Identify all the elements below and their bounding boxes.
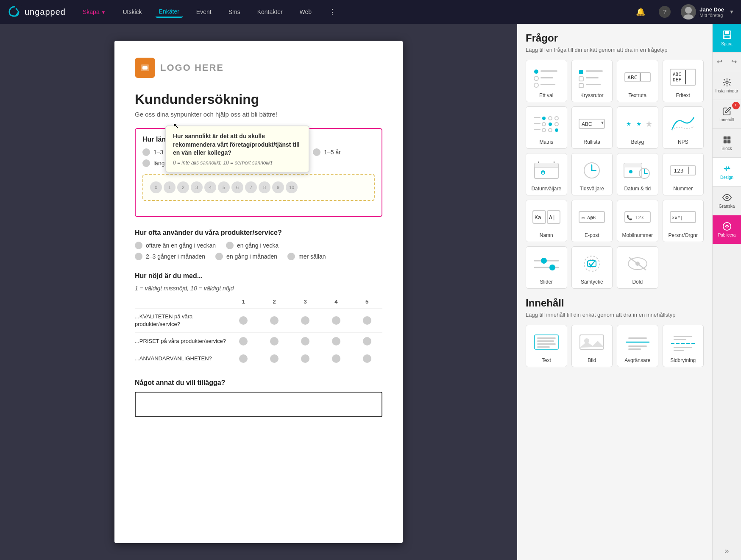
type-card-label: Namn (540, 232, 553, 238)
type-card-nummer[interactable]: 123 Nummer (663, 153, 704, 195)
notification-bell-icon[interactable]: 🔔 (632, 6, 649, 18)
type-card-nps[interactable]: NPS (663, 106, 704, 149)
svg-rect-5 (142, 66, 148, 70)
survey-page: LOGO HERE Kundundersökning Ge oss dina s… (114, 41, 403, 543)
type-card-epost[interactable]: ✉ A@B E-post (571, 200, 613, 242)
type-card-datumvaljare[interactable]: Datumväljare (526, 153, 567, 195)
svg-rect-85 (537, 340, 554, 342)
block-button[interactable]: Block (713, 129, 741, 158)
svg-text:ABC: ABC (627, 74, 637, 81)
svg-rect-13 (586, 70, 603, 72)
type-card-textruta[interactable]: ABC Textruta (617, 60, 658, 102)
content-button[interactable]: ! Innehåll (713, 100, 741, 129)
matrix-dot (301, 354, 309, 363)
type-card-label: Tidsväljare (579, 186, 604, 192)
matrix-row: ...ANVÄNDARVÄNLIGHETEN? (135, 350, 382, 367)
type-card-label: Betyg (631, 139, 644, 145)
type-card-betyg[interactable]: Betyg (617, 106, 658, 149)
preview-button[interactable]: Granska (713, 187, 741, 215)
nps-scale-row: 0 1 2 3 4 5 6 7 8 9 10 (150, 181, 367, 193)
nps-scale: 0 1 2 3 4 5 6 7 8 9 10 (142, 174, 375, 201)
nps-circle-4: 4 (204, 181, 216, 193)
design-button[interactable]: Design (713, 158, 741, 187)
chevron-right-icon: » (724, 546, 729, 555)
svg-point-102 (726, 81, 728, 84)
svg-rect-55 (624, 163, 642, 167)
type-card-sidbrytning[interactable]: Sidbrytning (663, 325, 704, 367)
type-card-fritext[interactable]: ABCDEF Fritext (663, 60, 704, 102)
type-card-mobilnummer[interactable]: 📞 123 Mobilnummer (617, 200, 658, 242)
svg-point-76 (549, 265, 555, 270)
svg-point-82 (635, 262, 640, 266)
type-card-label: NPS (678, 139, 688, 145)
matrix-dots (228, 354, 382, 363)
logo[interactable]: ungapped (7, 4, 66, 20)
type-card-rullista[interactable]: ABC Rullista (571, 106, 613, 149)
nps-circle-7: 7 (245, 181, 257, 193)
svg-rect-12 (579, 70, 583, 74)
svg-rect-86 (537, 343, 556, 345)
matrix-dot (332, 316, 340, 325)
nav-kontakter[interactable]: Kontakter (254, 7, 286, 17)
q4-textarea[interactable] (135, 392, 382, 417)
type-card-text[interactable]: Text (526, 325, 567, 367)
svg-rect-94 (674, 336, 692, 337)
radio-option: oftare än en gång i veckan (135, 242, 216, 249)
type-card-matris[interactable]: Matris (526, 106, 567, 149)
nav-enkater[interactable]: Enkäter (156, 6, 183, 18)
type-card-bild[interactable]: Bild (571, 325, 613, 367)
type-card-ett-val[interactable]: Ett val (526, 60, 567, 102)
svg-rect-97 (674, 347, 692, 348)
ungapped-logo-icon (7, 4, 22, 20)
type-card-persnr[interactable]: xx*| Persnr/Orgnr (663, 200, 704, 242)
radio-circle (226, 242, 234, 249)
svg-rect-34 (534, 117, 540, 118)
save-button[interactable]: Spara (713, 24, 741, 53)
matrix-dot (363, 354, 371, 363)
type-card-label: Samtycke (581, 279, 603, 285)
type-card-label: Persnr/Orgnr (669, 232, 698, 238)
type-card-avgransare[interactable]: Avgränsare (617, 325, 658, 367)
redo-button[interactable]: ↪ (727, 53, 741, 71)
type-card-slider[interactable]: Slider (526, 246, 567, 289)
survey-title: Kundundersökning (135, 92, 382, 107)
nav-web[interactable]: Web (296, 7, 315, 17)
nps-circle-3: 3 (191, 181, 203, 193)
nav-event[interactable]: Event (193, 7, 215, 17)
nav-utskick[interactable]: Utskick (119, 7, 145, 17)
fragor-desc: Lägg till en fråga till din enkät genom … (526, 47, 704, 53)
type-card-tidsvaljare[interactable]: Tidsväljare (571, 153, 613, 195)
type-card-label: E-post (585, 232, 599, 238)
type-card-dold[interactable]: Dold (617, 246, 658, 289)
type-card-namn[interactable]: KaA| Namn (526, 200, 567, 242)
svg-rect-35 (534, 123, 540, 124)
svg-rect-106 (727, 140, 730, 143)
type-card-kryssrutor[interactable]: Kryssrutor (571, 60, 613, 102)
type-card-label: Nummer (673, 186, 693, 192)
nav-more[interactable]: ⋮ (325, 6, 340, 18)
q3-matrix-section: Hur nöjd är du med... 1 = väldigt missnö… (135, 272, 382, 367)
help-icon[interactable]: ? (659, 6, 671, 18)
user-menu[interactable]: Jane Doe Mitt företag ▼ (681, 4, 734, 20)
nav-skapa[interactable]: Skapa ▼ (79, 7, 109, 17)
svg-rect-16 (579, 84, 583, 88)
svg-text:DEF: DEF (673, 77, 681, 83)
type-card-label: Avgränsare (624, 357, 650, 363)
q2-section: Hur ofta använder du våra produkter/serv… (135, 229, 382, 260)
settings-button[interactable]: Inställningar (713, 71, 741, 100)
svg-point-29 (549, 123, 552, 126)
matrix-dot (363, 337, 371, 345)
type-card-datum-tid[interactable]: Datum & tid (617, 153, 658, 195)
svg-text:xx*|: xx*| (672, 215, 683, 220)
innehall-title: Innehåll (526, 297, 704, 309)
expand-button[interactable]: » (713, 541, 741, 560)
radio-circle (142, 148, 150, 156)
nav-sms[interactable]: Sms (225, 7, 244, 17)
publish-button[interactable]: Publicera (713, 215, 741, 244)
nps-section: ↖ Hur sannolikt är det att du skulle rek… (135, 128, 382, 217)
svg-text:Ka: Ka (535, 214, 541, 220)
svg-point-27 (555, 117, 558, 120)
radio-option: 2–3 gånger i månaden (135, 253, 205, 260)
undo-button[interactable]: ↩ (713, 53, 727, 71)
type-card-samtycke[interactable]: Samtycke (571, 246, 613, 289)
